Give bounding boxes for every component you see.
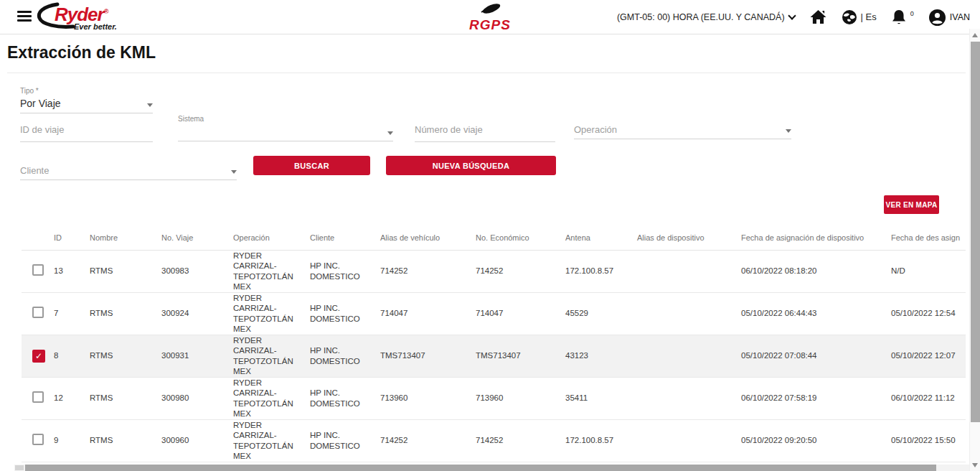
caret-down-icon <box>147 103 153 107</box>
cell-no-economico: 714047 <box>476 292 565 335</box>
sistema-select[interactable]: Sistema <box>178 115 393 141</box>
hamburger-menu-icon[interactable] <box>17 11 32 22</box>
id-viaje-placeholder: ID de viaje <box>20 124 64 135</box>
rgps-title: RGPS <box>458 17 522 33</box>
cell-id: 7 <box>54 292 90 335</box>
results-table-container: ID Nombre No. Viaje Operación Cliente Al… <box>22 225 966 465</box>
caret-down-icon <box>231 170 237 174</box>
numero-viaje-placeholder: Número de viaje <box>415 124 483 135</box>
cell-fecha-desasignacion: 05/10/2022 15:50 <box>891 419 966 462</box>
caret-down-icon <box>786 129 791 133</box>
row-checkbox[interactable] <box>32 264 44 276</box>
cell-alias-dispositivo <box>637 292 741 335</box>
cell-antena: 45529 <box>565 292 637 335</box>
cell-operacion: RYDER CARRIZAL-TEPOTZOTLÁN MEX <box>233 419 310 462</box>
table-body: 13RTMS300983RYDER CARRIZAL-TEPOTZOTLÁN M… <box>22 250 966 462</box>
header-actions: (GMT-05: 00) HORA (EE.UU. Y CANADÁ) | Es <box>617 0 970 34</box>
row-checkbox[interactable] <box>32 307 44 318</box>
vertical-scrollbar-thumb[interactable] <box>971 42 980 422</box>
column-header-cliente: Cliente <box>310 225 380 250</box>
cell-cliente: HP INC. DOMESTICO <box>310 292 380 335</box>
cell-no-economico: TMS713407 <box>476 335 565 377</box>
row-checkbox-cell <box>22 419 54 462</box>
column-header-fecha-asignacion: Fecha de asignación de dispositivo <box>741 225 891 250</box>
cell-alias-vehiculo: 713960 <box>380 377 476 419</box>
column-header-antena: Antena <box>565 225 637 250</box>
column-header-id: ID <box>54 225 90 250</box>
cell-alias-dispositivo <box>637 377 741 419</box>
column-header-no-viaje: No. Viaje <box>161 225 233 250</box>
notification-count-badge: 0 <box>910 10 914 17</box>
table-row: 13RTMS300983RYDER CARRIZAL-TEPOTZOTLÁN M… <box>22 250 966 292</box>
cell-fecha-desasignacion: 06/10/2022 11:12 <box>891 377 966 419</box>
cell-alias-vehiculo: TMS713407 <box>380 335 476 377</box>
user-icon <box>928 9 946 27</box>
cell-alias-dispositivo <box>637 419 741 462</box>
horizontal-scrollbar[interactable] <box>14 465 969 471</box>
cell-no-viaje: 300924 <box>161 292 233 335</box>
scroll-up-arrow-icon[interactable] <box>972 33 978 37</box>
cell-alias-dispositivo <box>637 335 741 377</box>
row-checkbox[interactable] <box>32 391 44 403</box>
row-checkbox-cell <box>22 292 54 335</box>
user-menu[interactable]: IVAN <box>928 9 970 27</box>
language-selector[interactable]: | Es <box>842 9 877 25</box>
cell-operacion: RYDER CARRIZAL-TEPOTZOTLÁN MEX <box>233 250 310 292</box>
horizontal-scrollbar-thumb[interactable] <box>25 465 936 471</box>
tipo-select[interactable]: Tipo * Por Viaje <box>20 87 153 113</box>
scroll-left-button[interactable] <box>15 465 24 470</box>
buscar-button[interactable]: BUSCAR <box>253 156 370 175</box>
cell-id: 12 <box>54 377 90 419</box>
id-viaje-input[interactable]: ID de viaje <box>20 124 153 142</box>
cliente-select[interactable]: Cliente <box>20 165 237 180</box>
chevron-down-icon <box>788 11 796 19</box>
cell-cliente: HP INC. DOMESTICO <box>310 419 380 462</box>
cell-fecha-asignacion: 06/10/2022 08:18:20 <box>741 250 891 292</box>
cell-operacion: RYDER CARRIZAL-TEPOTZOTLÁN MEX <box>233 335 310 377</box>
notifications-button[interactable]: 0 <box>891 9 914 26</box>
cell-antena: 172.100.8.57 <box>565 250 637 292</box>
cell-alias-vehiculo: 714252 <box>380 250 476 292</box>
cell-fecha-desasignacion: 05/10/2022 12:07 <box>891 335 966 377</box>
row-checkbox[interactable] <box>32 434 44 445</box>
cell-fecha-desasignacion: 05/10/2022 12:54 <box>891 292 966 335</box>
numero-viaje-input[interactable]: Número de viaje <box>415 124 555 142</box>
vertical-scrollbar[interactable] <box>969 29 980 471</box>
row-checkbox-cell <box>22 377 54 419</box>
cell-no-economico: 714252 <box>476 250 565 292</box>
row-checkbox-cell <box>22 250 54 292</box>
column-header-no-economico: No. Económico <box>476 225 565 250</box>
page-title: Extracción de KML <box>7 43 156 62</box>
username-label: IVAN <box>950 12 970 22</box>
cell-no-viaje: 300931 <box>161 335 233 377</box>
cell-id: 9 <box>54 419 90 462</box>
ver-en-mapa-button[interactable]: VER EN MAPA <box>884 195 939 214</box>
cliente-placeholder: Cliente <box>20 165 49 176</box>
bell-icon <box>891 9 907 26</box>
cell-fecha-asignacion: 05/10/2022 07:08:44 <box>741 335 891 377</box>
cell-nombre: RTMS <box>90 419 161 462</box>
table-row: ✓8RTMS300931RYDER CARRIZAL-TEPOTZOTLÁN M… <box>22 335 966 377</box>
row-checkbox[interactable]: ✓ <box>32 350 45 363</box>
column-header-alias-dispositivo: Alias de dispositivo <box>637 225 741 250</box>
cell-no-economico: 714252 <box>476 419 565 462</box>
cell-operacion: RYDER CARRIZAL-TEPOTZOTLÁN MEX <box>233 292 310 335</box>
nueva-busqueda-button[interactable]: NUEVA BÚSQUEDA <box>386 156 556 175</box>
language-label: | Es <box>861 11 877 22</box>
cell-alias-vehiculo: 714047 <box>380 292 476 335</box>
cell-no-viaje: 300983 <box>161 250 233 292</box>
table-row: 9RTMS300960RYDER CARRIZAL-TEPOTZOTLÁN ME… <box>22 419 966 462</box>
rgps-logo: RGPS <box>458 3 522 33</box>
cell-antena: 172.100.8.57 <box>565 419 637 462</box>
home-icon[interactable] <box>809 9 827 25</box>
timezone-selector[interactable]: (GMT-05: 00) HORA (EE.UU. Y CANADÁ) <box>617 12 795 22</box>
scroll-down-arrow-icon[interactable] <box>972 463 978 467</box>
cell-antena: 35411 <box>565 377 637 419</box>
cell-alias-vehiculo: 714252 <box>380 419 476 462</box>
operacion-select[interactable]: Operación <box>574 124 791 139</box>
cell-fecha-asignacion: 05/10/2022 09:20:50 <box>741 419 891 462</box>
cell-nombre: RTMS <box>90 335 161 377</box>
tipo-label: Tipo * <box>20 87 153 95</box>
operacion-placeholder: Operación <box>574 124 617 135</box>
cell-no-viaje: 300980 <box>161 377 233 419</box>
